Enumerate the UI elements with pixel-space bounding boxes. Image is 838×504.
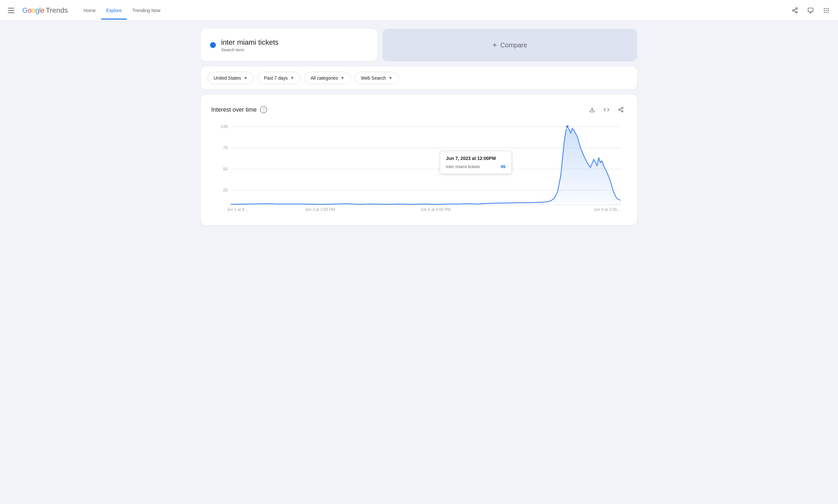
svg-line-22 xyxy=(620,108,622,109)
svg-point-12 xyxy=(825,10,826,11)
svg-point-8 xyxy=(824,8,825,9)
search-dot-indicator xyxy=(210,42,216,48)
trends-logo-text: Trends xyxy=(46,6,68,15)
filter-category-chevron: ▼ xyxy=(341,76,344,80)
search-term-sub-label: Search term xyxy=(221,47,279,52)
feedback-button[interactable] xyxy=(804,4,817,17)
chart-share-button[interactable] xyxy=(615,104,627,115)
search-term-text: inter miami tickets xyxy=(221,38,279,47)
svg-text:75: 75 xyxy=(223,145,228,150)
header: Google Trends Home Explore Trending Now xyxy=(0,0,838,21)
download-button[interactable] xyxy=(586,104,598,115)
svg-text:Jun 8 at 2:00...: Jun 8 at 2:00... xyxy=(594,207,620,212)
header-left: Google Trends xyxy=(5,5,68,16)
svg-text:100: 100 xyxy=(221,124,228,129)
chart-title-area: Interest over time ? xyxy=(211,106,267,113)
filter-search-type[interactable]: Web Search ▼ xyxy=(355,72,399,84)
logo[interactable]: Google Trends xyxy=(22,6,68,15)
nav-home[interactable]: Home xyxy=(78,1,101,20)
apps-button[interactable] xyxy=(820,4,833,17)
compare-inner: + Compare xyxy=(493,40,527,50)
chart-container: 100 75 50 25 xyxy=(211,123,627,215)
svg-text:50: 50 xyxy=(223,166,228,172)
embed-button[interactable] xyxy=(601,104,612,115)
filter-search-type-label: Web Search xyxy=(361,75,386,80)
svg-text:25: 25 xyxy=(223,188,228,193)
chart-card: Interest over time ? xyxy=(201,95,637,225)
filters-row: United States ▼ Past 7 days ▼ All catego… xyxy=(201,67,637,89)
compare-plus-icon: + xyxy=(493,40,497,50)
svg-line-3 xyxy=(794,11,796,12)
svg-point-9 xyxy=(825,8,826,9)
svg-point-18 xyxy=(622,107,623,109)
filter-category-label: All categories xyxy=(310,75,338,80)
svg-point-10 xyxy=(827,8,828,9)
chart-svg: 100 75 50 25 xyxy=(211,123,627,215)
svg-point-16 xyxy=(827,12,828,13)
nav-explore[interactable]: Explore xyxy=(101,1,127,20)
compare-card[interactable]: + Compare xyxy=(382,29,637,61)
svg-point-14 xyxy=(824,12,825,13)
svg-point-32 xyxy=(566,125,569,128)
filter-time[interactable]: Past 7 days ▼ xyxy=(258,72,301,84)
chart-actions xyxy=(586,104,627,115)
main-content: inter miami tickets Search term + Compar… xyxy=(191,21,647,233)
filter-category[interactable]: All categories ▼ xyxy=(304,72,351,84)
filter-time-chevron: ▼ xyxy=(290,76,294,80)
nav-trending[interactable]: Trending Now xyxy=(127,1,166,20)
svg-point-11 xyxy=(824,10,825,11)
svg-point-1 xyxy=(792,10,794,11)
svg-text:Jun 5 at 8:00 PM: Jun 5 at 8:00 PM xyxy=(421,207,451,212)
search-compare-section: inter miami tickets Search term + Compar… xyxy=(201,29,637,61)
compare-label: Compare xyxy=(500,41,527,49)
main-nav: Home Explore Trending Now xyxy=(78,1,165,20)
svg-point-15 xyxy=(825,12,826,13)
google-logo: Google xyxy=(22,6,44,15)
svg-point-2 xyxy=(796,12,798,13)
filter-search-type-chevron: ▼ xyxy=(389,76,393,80)
menu-button[interactable] xyxy=(5,5,17,16)
header-actions xyxy=(788,4,833,17)
svg-point-13 xyxy=(827,10,828,11)
svg-line-4 xyxy=(794,9,796,10)
search-term-card: inter miami tickets Search term xyxy=(201,29,377,61)
help-icon[interactable]: ? xyxy=(260,106,267,113)
filter-region-label: United States xyxy=(214,75,241,80)
help-icon-label: ? xyxy=(262,107,265,112)
svg-text:Jun 1 at 8:...: Jun 1 at 8:... xyxy=(227,207,249,212)
search-term-info: inter miami tickets Search term xyxy=(221,38,279,52)
share-button[interactable] xyxy=(788,4,801,17)
svg-point-0 xyxy=(796,7,798,9)
chart-header: Interest over time ? xyxy=(211,104,627,115)
filter-time-label: Past 7 days xyxy=(264,75,288,80)
svg-text:Jun 3 at 2:00 PM: Jun 3 at 2:00 PM xyxy=(305,207,335,212)
filter-region[interactable]: United States ▼ xyxy=(208,72,254,84)
chart-title: Interest over time xyxy=(211,106,257,113)
filter-region-chevron: ▼ xyxy=(244,76,248,80)
svg-point-19 xyxy=(619,109,620,111)
svg-point-20 xyxy=(622,111,623,112)
svg-line-21 xyxy=(620,110,622,111)
svg-rect-5 xyxy=(808,8,813,12)
